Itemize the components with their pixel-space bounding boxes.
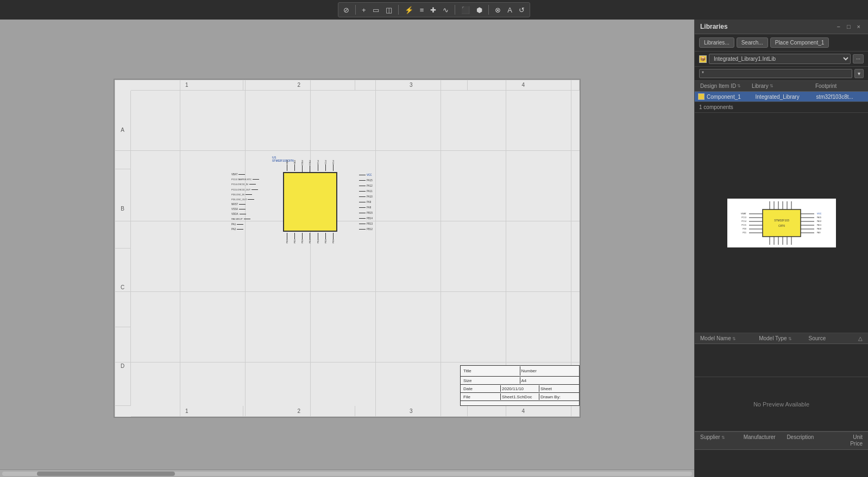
canvas-area[interactable]: 1 2 3 4 A B C D 1 2 3 4 — [0, 20, 694, 477]
panel-title: Libraries — [700, 23, 728, 30]
title-block-inner: Title Number Size A4 Date 2020/11/10 She… — [461, 366, 579, 405]
svg-text:PC15: PC15 — [741, 224, 746, 226]
svg-text:STM32F103: STM32F103 — [774, 219, 789, 222]
sep-3 — [455, 5, 455, 15]
svg-text:VCC: VCC — [817, 212, 822, 215]
scrollbar-track[interactable] — [2, 472, 692, 476]
col-label-bottom-3: 3 — [355, 406, 468, 417]
preview-svg: VBAT PC13 PC14 PC15 PD0 PD1 VCC PA15 PA1… — [727, 199, 836, 247]
col-header-footprint[interactable]: Footprint — [813, 82, 865, 90]
power-btn[interactable]: ⚡ — [403, 5, 415, 15]
panel-close-btn[interactable]: × — [855, 23, 863, 30]
tb-size-value: A4 — [520, 377, 578, 384]
panel-minimize-btn[interactable]: − — [834, 23, 842, 30]
lib-dropdown-row: 📦 Integrated_Library1.IntLib ··· — [695, 52, 868, 67]
libraries-button[interactable]: Libraries... — [699, 37, 734, 48]
row-labels: A B C D — [115, 91, 131, 406]
component-count: 1 components — [695, 102, 868, 113]
sep-2 — [398, 5, 399, 15]
col-header-supplier[interactable]: Supplier ⇅ — [698, 434, 741, 448]
text-btn[interactable]: A — [506, 5, 514, 15]
svg-text:PA10: PA10 — [817, 228, 821, 230]
row-label-b: B — [115, 169, 131, 248]
add-btn[interactable]: + — [360, 5, 368, 15]
svg-text:C8T6: C8T6 — [778, 224, 784, 227]
comp-design-id: Component_1 — [707, 94, 756, 100]
wave-btn[interactable]: ∿ — [441, 5, 450, 15]
net-btn[interactable]: ⬢ — [475, 5, 484, 15]
sort-icon-library: ⇅ — [770, 84, 773, 88]
col-header-library[interactable]: Library ⇅ — [750, 82, 813, 90]
sort-icon-supplier: ⇅ — [721, 435, 725, 440]
component-btn[interactable]: ⬛ — [460, 5, 471, 15]
search-button[interactable]: Search... — [737, 37, 768, 48]
tb-file-label: File — [462, 393, 501, 400]
tb-number-label: Number — [520, 366, 578, 376]
lib-icon: 📦 — [699, 55, 707, 63]
sep-4 — [488, 5, 489, 15]
sort-icon-model-type: ⇅ — [788, 336, 792, 341]
no-preview-text: No Preview Available — [753, 401, 809, 408]
tb-row-title: Title Number — [461, 366, 579, 377]
search-dropdown-btn[interactable]: ▾ — [854, 69, 864, 78]
canvas-scrollbar[interactable] — [0, 469, 694, 477]
col-label-2: 2 — [243, 80, 356, 91]
svg-text:PA9: PA9 — [817, 232, 820, 234]
row-label-d: D — [115, 327, 131, 406]
component-list-header: Design Item ID ⇅ Library ⇅ Footprint — [695, 81, 868, 92]
tb-size-label: Size — [462, 377, 520, 384]
toolbar-inner: ⊘ + ▭ ◫ ⚡ ≡ ✚ ∿ ⬛ ⬢ ⊗ A ↺ — [338, 2, 530, 17]
svg-rect-0 — [763, 209, 801, 237]
svg-text:PD0: PD0 — [743, 228, 746, 230]
panel-header: Libraries − □ × — [695, 20, 868, 34]
col-label-bottom-2: 2 — [243, 406, 356, 417]
svg-text:VBAT: VBAT — [740, 212, 746, 215]
circle-btn[interactable]: ⊗ — [493, 5, 502, 15]
rect-btn[interactable]: ▭ — [371, 5, 381, 15]
col-header-model-type[interactable]: Model Type ⇅ — [757, 335, 806, 342]
col-header-description[interactable]: Description — [784, 434, 838, 448]
svg-text:PC14: PC14 — [741, 220, 746, 222]
col-header-design-item-id[interactable]: Design Item ID ⇅ — [698, 82, 750, 90]
tb-title-label: Title — [462, 366, 520, 376]
libraries-panel: Libraries − □ × Libraries... Search... P… — [694, 20, 868, 477]
ic-component[interactable]: U1STM32F103C8T6 PB8 PB9 PB10 — [283, 172, 337, 232]
filter-btn[interactable]: ⊘ — [342, 5, 351, 15]
line-btn[interactable]: ◫ — [384, 5, 394, 15]
search-input[interactable] — [699, 69, 852, 78]
scrollbar-thumb[interactable] — [37, 472, 175, 476]
col-label-bottom-4: 4 — [468, 406, 580, 417]
tb-date-label: Date — [462, 385, 501, 392]
component-icon — [698, 93, 705, 100]
tb-sheet-label: Sheet — [539, 385, 577, 392]
svg-text:PD1: PD1 — [743, 232, 746, 234]
svg-text:PA15: PA15 — [817, 217, 821, 219]
row-label-a: A — [115, 91, 131, 169]
cross-btn[interactable]: ✚ — [429, 5, 438, 15]
place-component-button[interactable]: Place Component_1 — [770, 37, 829, 48]
lib-more-btn[interactable]: ··· — [853, 54, 864, 63]
tb-row-date: Date 2020/11/10 Sheet — [461, 385, 579, 393]
supplier-rows — [695, 450, 868, 477]
col-header-source[interactable]: Source — [807, 335, 856, 342]
component-list[interactable]: Component_1 Integrated_Library stm32f103… — [695, 92, 868, 102]
col-labels-bottom: 1 2 3 4 — [131, 406, 580, 417]
main-toolbar: ⊘ + ▭ ◫ ⚡ ≡ ✚ ∿ ⬛ ⬢ ⊗ A ↺ — [0, 0, 868, 20]
model-expand-btn[interactable]: △ — [856, 335, 865, 342]
library-selector[interactable]: Integrated_Library1.IntLib — [709, 54, 851, 64]
panel-maximize-btn[interactable]: □ — [845, 23, 853, 30]
col-labels-top: 1 2 3 4 — [131, 80, 580, 91]
col-header-manufacturer[interactable]: Manufacturer — [741, 434, 785, 448]
row-label-c: C — [115, 249, 131, 327]
svg-text:PA11: PA11 — [817, 224, 821, 226]
sort-icon-design: ⇅ — [737, 84, 741, 88]
component-row[interactable]: Component_1 Integrated_Library stm32f103… — [695, 92, 868, 101]
col-header-model-name[interactable]: Model Name ⇅ — [698, 335, 757, 342]
sort-icon-model-name: ⇅ — [732, 336, 736, 341]
bus-btn[interactable]: ≡ — [418, 5, 426, 15]
undo-btn[interactable]: ↺ — [517, 5, 526, 15]
preview-area: VBAT PC13 PC14 PC15 PD0 PD1 VCC PA15 PA1… — [695, 113, 868, 333]
col-header-unit-price[interactable]: Unit Price — [838, 434, 865, 448]
panel-toolbar: Libraries... Search... Place Component_1 — [695, 34, 868, 52]
supplier-header: Supplier ⇅ Manufacturer Description Unit… — [695, 431, 868, 450]
